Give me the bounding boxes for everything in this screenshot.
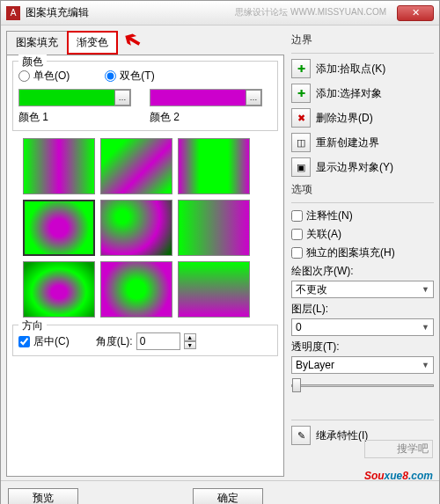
recreate-boundary-label[interactable]: 重新创建边界 [316, 135, 379, 150]
color1-label: 颜色 1 [18, 110, 141, 125]
inherit-label[interactable]: 继承特性(I) [316, 428, 368, 443]
add-select-icon[interactable]: ✚ [291, 84, 311, 103]
transparency-slider[interactable] [291, 377, 434, 393]
associative-checkbox[interactable]: 关联(A) [291, 227, 434, 242]
show-boundary-icon[interactable]: ▣ [291, 157, 311, 177]
gradient-preset-5[interactable] [100, 200, 172, 256]
direction-group: 方向 居中(C) 角度(L): ▲ ▼ [12, 325, 278, 356]
color1-swatch[interactable]: … [18, 89, 131, 106]
tab-pattern[interactable]: 图案填充 [6, 31, 68, 55]
preview-button[interactable]: 预览 [8, 488, 78, 504]
gradient-preset-grid [23, 138, 278, 318]
color-group-title: 颜色 [18, 55, 47, 69]
draw-order-select[interactable]: 不更改▼ [291, 281, 434, 298]
gradient-preset-7[interactable] [23, 261, 95, 318]
gradient-preset-6[interactable] [178, 200, 250, 256]
add-pick-point-icon[interactable]: ✚ [291, 59, 311, 78]
independent-checkbox[interactable]: 独立的图案填充(H) [291, 245, 434, 260]
direction-group-title: 方向 [18, 318, 47, 333]
gradient-preset-1[interactable] [23, 138, 95, 194]
add-pick-point-label[interactable]: 添加:拾取点(K) [316, 62, 385, 77]
color-group: 颜色 单色(O) 双色(T) … 颜色 1 [12, 61, 278, 131]
add-select-label[interactable]: 添加:选择对象 [316, 86, 382, 101]
gradient-preset-2[interactable] [100, 138, 172, 194]
radio-single-color[interactable]: 单色(O) [18, 69, 70, 84]
center-checkbox[interactable]: 居中(C) [18, 334, 70, 349]
color1-picker-button[interactable]: … [114, 90, 130, 106]
logo-watermark: 搜学吧 Souxue8.com [364, 440, 433, 486]
color2-label: 颜色 2 [150, 110, 272, 125]
left-panel: 颜色 单色(O) 双色(T) … 颜色 1 [6, 55, 284, 477]
radio-two-color[interactable]: 双色(T) [105, 69, 154, 84]
transparency-select[interactable]: ByLayer▼ [291, 356, 434, 374]
ok-button[interactable]: 确定 [193, 488, 263, 504]
layer-label: 图层(L): [291, 302, 434, 317]
annotative-checkbox[interactable]: 注释性(N) [291, 208, 434, 223]
inherit-icon[interactable]: ✎ [291, 426, 311, 445]
chevron-down-icon: ▼ [422, 285, 429, 294]
chevron-down-icon: ▼ [422, 361, 429, 369]
show-boundary-label[interactable]: 显示边界对象(Y) [316, 160, 393, 175]
gradient-preset-4[interactable] [23, 200, 95, 256]
titlebar: A 图案填充编辑 思缘设计论坛 WWW.MISSYUAN.COM ✕ [1, 1, 439, 26]
watermark-text: 思缘设计论坛 WWW.MISSYUAN.COM [235, 6, 386, 18]
gradient-preset-8[interactable] [100, 261, 172, 318]
app-icon: A [6, 6, 20, 20]
gradient-preset-9[interactable] [178, 261, 250, 318]
recreate-boundary-icon[interactable]: ◫ [291, 133, 311, 152]
chevron-down-icon: ▼ [422, 323, 429, 332]
remove-boundary-label[interactable]: 删除边界(D) [316, 111, 373, 126]
transparency-label: 透明度(T): [291, 340, 434, 354]
layer-select[interactable]: 0▼ [291, 318, 434, 336]
angle-input[interactable] [136, 332, 180, 350]
boundary-section: 边界 ✚添加:拾取点(K) ✚添加:选择对象 ✖删除边界(D) ◫重新创建边界 … [291, 33, 434, 177]
close-button[interactable]: ✕ [397, 5, 434, 21]
boundary-title: 边界 [291, 33, 434, 47]
remove-boundary-icon[interactable]: ✖ [291, 108, 311, 128]
hatch-edit-dialog: A 图案填充编辑 思缘设计论坛 WWW.MISSYUAN.COM ✕ 图案填充 … [0, 0, 440, 504]
color2-picker-button[interactable]: … [246, 90, 261, 106]
gradient-preset-3[interactable] [178, 138, 250, 194]
options-section: 选项 注释性(N) 关联(A) 独立的图案填充(H) 绘图次序(W): 不更改▼… [291, 182, 434, 445]
tab-gradient[interactable]: 渐变色 [67, 31, 118, 55]
angle-label: 角度(L): [96, 334, 133, 349]
draw-order-label: 绘图次序(W): [291, 264, 434, 279]
angle-down[interactable]: ▼ [184, 341, 196, 349]
color2-swatch[interactable]: … [150, 89, 262, 106]
options-title: 选项 [291, 182, 434, 197]
angle-up[interactable]: ▲ [184, 333, 196, 341]
